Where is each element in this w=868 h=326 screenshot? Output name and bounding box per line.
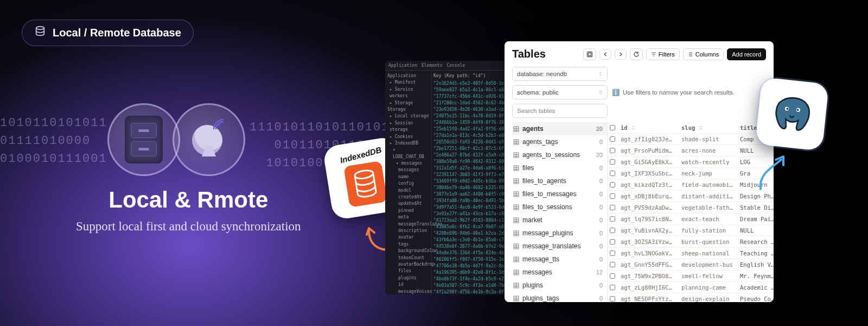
database-icon xyxy=(34,26,46,40)
local-circle xyxy=(107,103,180,176)
row-checkbox[interactable] xyxy=(610,171,615,176)
filters-button[interactable]: Filters xyxy=(646,48,680,60)
col-id[interactable]: id xyxy=(617,122,678,133)
next-button[interactable] xyxy=(615,49,627,60)
search-tables-input[interactable]: Search tables xyxy=(512,104,608,118)
filter-tip: ℹ️ Use filters to narrow your search res… xyxy=(612,67,735,118)
postgres-card xyxy=(755,77,829,151)
columns-button[interactable]: Columns xyxy=(683,48,724,60)
table-list-item[interactable]: agents_tags0 xyxy=(512,135,607,148)
binary-decor-left: 1010110101011 01111010000 0100010111001 xyxy=(0,114,107,168)
table-row[interactable]: agt_zLg80HjI6Cd9planning-cameAcademic Wr… xyxy=(608,282,774,293)
schema-selector[interactable]: schema: public xyxy=(512,85,608,99)
table-row[interactable]: agt_hvL3NOGakV8csheep-nationalTeaching M… xyxy=(608,248,774,259)
tables-list: agents20agents_tags0agents_to_sessions20… xyxy=(512,122,608,302)
row-checkbox[interactable] xyxy=(610,262,615,267)
feature-badge: Local / Remote Database xyxy=(22,20,194,46)
svg-point-0 xyxy=(36,27,44,30)
table-row[interactable]: agt_PV59dzAaDwXPvegetable-fatherStable D… xyxy=(608,202,774,214)
table-row[interactable]: agt_lq79S7ic8Nq4exact-teachDream Paint xyxy=(608,214,774,225)
row-checkbox[interactable] xyxy=(610,205,615,210)
table-row[interactable]: agt_PrsoPuMidm1Zacres-noneNULL xyxy=(608,145,774,156)
table-row[interactable]: agt_zfIig023Jeinshade-splitComp xyxy=(608,134,774,145)
file-cabinet-icon xyxy=(125,116,163,164)
row-checkbox[interactable] xyxy=(610,273,615,279)
table-list-item[interactable]: files_to_messages0 xyxy=(512,187,607,200)
table-row[interactable]: agt_3OZSA3iYzwm5burst-questionResearch A… xyxy=(608,236,774,248)
database-selector[interactable]: database: neondb xyxy=(512,67,608,81)
table-list-item[interactable]: message_translates0 xyxy=(512,240,607,253)
arrow-blue-icon xyxy=(755,151,790,195)
devtools-tab[interactable]: Console xyxy=(447,63,465,68)
table-list-item[interactable]: plugins0 xyxy=(512,279,607,292)
row-checkbox[interactable] xyxy=(610,250,615,256)
prev-button[interactable] xyxy=(599,49,611,60)
feature-badge-label: Local / Remote Database xyxy=(53,27,181,39)
table-row[interactable]: agt_xDBj8bEurq3edistant-additionalDesign… xyxy=(608,191,774,202)
add-record-button[interactable]: Add record xyxy=(727,48,766,60)
devtools-tabs: ApplicationElementsConsole xyxy=(385,61,506,71)
table-row[interactable]: agt_NE5DPFsYtzCUdesign-explainPseudo Cod… xyxy=(608,293,774,302)
row-checkbox[interactable] xyxy=(610,228,615,233)
row-checkbox[interactable] xyxy=(610,296,615,302)
row-checkbox[interactable] xyxy=(610,148,615,153)
grid-header: id slug title xyxy=(608,122,774,134)
devtools-panel: ApplicationElementsConsole Application▸ … xyxy=(385,61,506,294)
table-list-item[interactable]: market0 xyxy=(512,214,607,227)
postgres-elephant-icon xyxy=(766,88,819,141)
row-checkbox[interactable] xyxy=(610,285,615,290)
remote-circle xyxy=(173,103,245,176)
db-panel-title: Tables xyxy=(512,48,546,60)
satellite-dish-icon xyxy=(188,118,230,161)
row-checkbox[interactable] xyxy=(610,182,615,187)
hero-illustration xyxy=(107,103,245,176)
table-row[interactable]: agt_Gi5GAyE8kX4nwatch-recentlyLOG xyxy=(608,156,774,168)
table-list-item[interactable]: files0 xyxy=(512,161,607,174)
svg-point-1 xyxy=(218,123,220,126)
checkbox-header[interactable] xyxy=(608,122,617,133)
table-list-item[interactable]: agents20 xyxy=(512,122,607,135)
table-row[interactable]: agt_kikzdQTz3tRYfield-automobileMidjourn xyxy=(608,179,774,191)
table-row[interactable]: agt_GnnY55dFFGjSdevelopment-busEnglish V… xyxy=(608,259,774,271)
expand-icon-button[interactable] xyxy=(583,48,596,60)
svg-point-2 xyxy=(354,169,374,179)
table-list-item[interactable]: messages12 xyxy=(512,266,607,279)
devtools-tab[interactable]: Elements xyxy=(422,63,443,68)
hero-subtitle: Support local first and cloud synchroniz… xyxy=(76,220,301,234)
table-list-item[interactable]: files_to_sessions0 xyxy=(512,200,607,214)
row-checkbox[interactable] xyxy=(610,136,615,142)
row-checkbox[interactable] xyxy=(610,239,615,244)
table-row[interactable]: agt_IXF3XSuSbckaneck-jumpGra xyxy=(608,168,774,179)
devtools-keys: Key (Key path: "id")"2e3624d1-e5e3-405f-… xyxy=(432,71,506,294)
table-row[interactable]: agt_YuBivnAX2yJCfully-stationNULL xyxy=(608,225,774,236)
refresh-button[interactable] xyxy=(630,48,643,60)
devtools-tree: Application▸ Manifest▸ Service workers▸ … xyxy=(385,71,432,294)
table-list-item[interactable]: agents_to_sessions20 xyxy=(512,148,607,161)
row-checkbox[interactable] xyxy=(610,159,615,165)
indexeddb-cylinder-icon xyxy=(343,160,387,207)
table-row[interactable]: agt_75W9xZPBO808smell-fellowMr. Feynman xyxy=(608,271,774,282)
database-panel: Tables Filters Columns Add xyxy=(505,41,774,302)
table-list-item[interactable]: plugins_tags0 xyxy=(512,292,607,302)
row-checkbox[interactable] xyxy=(610,193,615,199)
table-list-item[interactable]: message_plugins0 xyxy=(512,227,607,240)
hero-text: Local & Rmote Support local first and cl… xyxy=(76,187,301,234)
table-list-item[interactable]: message_tts0 xyxy=(512,253,607,266)
hero-title: Local & Rmote xyxy=(76,187,301,213)
row-checkbox[interactable] xyxy=(610,216,615,222)
table-list-item[interactable]: files_to_agents0 xyxy=(512,174,607,187)
col-slug[interactable]: slug xyxy=(678,122,737,133)
svg-rect-3 xyxy=(587,52,592,57)
devtools-tab[interactable]: Application xyxy=(388,63,417,68)
svg-rect-4 xyxy=(588,53,591,55)
records-grid: id slug title agt_zfIig023Jeinshade-spli… xyxy=(608,122,774,302)
info-icon: ℹ️ xyxy=(612,89,620,96)
